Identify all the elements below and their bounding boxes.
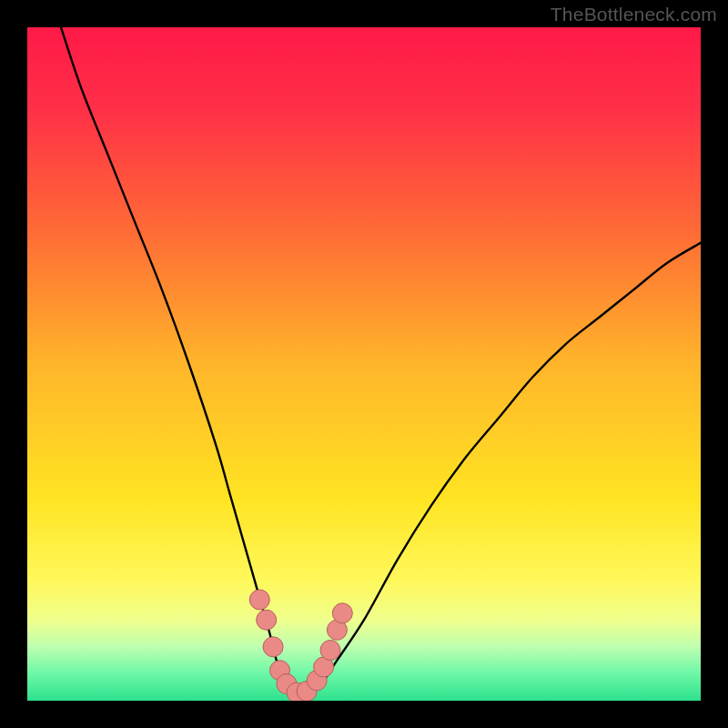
marker-point [257, 610, 277, 630]
marker-point [263, 637, 283, 657]
marker-point [332, 603, 352, 623]
highlight-markers [249, 590, 352, 701]
marker-point [320, 641, 340, 661]
chart-frame: TheBottleneck.com [0, 0, 728, 728]
curve-layer [27, 27, 701, 701]
watermark-text: TheBottleneck.com [551, 4, 717, 25]
bottleneck-curve [61, 27, 701, 695]
marker-point [249, 590, 269, 610]
plot-area [27, 27, 701, 701]
